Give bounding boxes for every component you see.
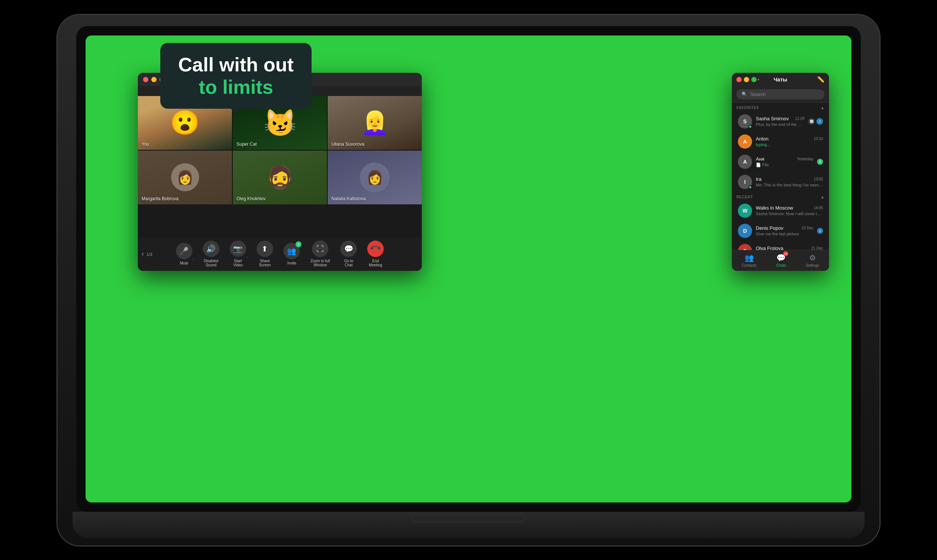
sound-label: Disabled Sound [204, 259, 218, 267]
laptop-bottom [72, 512, 865, 538]
contacts-icon: 👥 [745, 253, 754, 262]
invite-badge: 3 [295, 242, 302, 247]
recent-chevron: ▲ [821, 195, 825, 199]
nav-chats-wrapper: 💬 Chats 46 [771, 251, 791, 270]
end-label: End Meeting [369, 259, 382, 267]
olya-avatar: O [738, 244, 752, 250]
search-icon: 🔍 [742, 92, 747, 97]
chat-icon: 💬 [340, 241, 357, 257]
chat-item-ira[interactable]: I Ira 13:55 Me: This is the best thing I… [733, 172, 828, 192]
walks-preview: Sasha Smirnov: Now I will come to you [756, 211, 823, 216]
chat-item-denis[interactable]: D Denis Popov 23 Dec Give me the last pi… [733, 221, 828, 241]
chat-window-title: Чаты [774, 77, 787, 83]
chat-edit-icon[interactable]: ✏️ [817, 76, 825, 83]
video-icon: 📷 [230, 241, 246, 257]
chat-item-olya[interactable]: O Olya Frolova 21 Dec No Please [733, 241, 828, 250]
chat-titlebar: ••• Чаты ✏️ [732, 73, 829, 86]
video-cell-margarita: 👩 Margarita Bobrova [138, 151, 232, 205]
anya-avatar: А [738, 155, 752, 169]
share-icon: ⬆ [257, 241, 273, 257]
nav-contacts[interactable]: 👥 Contacts [736, 251, 762, 270]
sasha-badge: 2 [816, 118, 823, 125]
chat-item-anya[interactable]: А Аня Yesterday 📄 File 6 [733, 152, 828, 172]
mute-label: Mute [180, 261, 188, 265]
denis-preview: Give me the last picture [756, 232, 813, 236]
sound-button[interactable]: 🔊 Disabled Sound [198, 238, 224, 270]
video-cell-oleg: 🧔 Oleg Khokhlov [233, 151, 327, 205]
mute-icon: 🎤 [176, 243, 192, 259]
invite-icon: 👥 3 [283, 243, 300, 259]
uliana-avatar: 👱‍♀️ [361, 109, 389, 136]
favorites-chevron: ▲ [821, 106, 825, 110]
uliana-label: Uliana Suvorova [331, 142, 364, 147]
margarita-avatar: 👩 [171, 163, 199, 191]
olya-name: Olya Frolova 21 Dec [756, 245, 823, 250]
olya-info: Olya Frolova 21 Dec No Please [756, 245, 823, 250]
ira-name: Ira 13:55 [756, 176, 823, 182]
settings-label: Settings [806, 263, 819, 268]
oleg-label: Oleg Khokhlov [237, 196, 266, 202]
end-meeting-button[interactable]: 📞 End Meeting [363, 238, 388, 270]
trackpad [412, 515, 525, 522]
search-field[interactable]: 🔍 Search [736, 89, 825, 99]
start-video-button[interactable]: 📷 Start Video [225, 238, 251, 270]
anya-badge: 6 [817, 159, 823, 165]
end-icon: 📞 [364, 237, 387, 260]
invite-button[interactable]: 👥 3 Invite [279, 240, 305, 268]
sasha-preview: Plus, by the end of the week we will be … [756, 122, 805, 127]
bubble-line1: Call with out [178, 54, 294, 76]
ira-online [748, 185, 752, 189]
share-label: Share Screen [259, 259, 271, 267]
denis-name: Denis Popov 23 Dec [756, 225, 813, 231]
chats-badge: 46 [783, 251, 788, 256]
settings-icon: ⚙ [809, 253, 816, 262]
online-indicator [748, 125, 752, 129]
chat-menu-dots[interactable]: ••• [752, 77, 760, 83]
minimize-button[interactable] [151, 77, 157, 82]
natalia-avatar: 👩 [360, 163, 390, 192]
anya-preview: 📄 File [756, 163, 813, 168]
sound-icon: 🔊 [203, 241, 219, 257]
anya-info: Аня Yesterday 📄 File [756, 156, 813, 168]
video-cell-natalia: 👩 Natalia Kallistova [328, 151, 422, 205]
close-button[interactable] [143, 77, 148, 82]
chat-item-walks[interactable]: W Walks in Moscow 14:45 Sasha Smirnov: N… [733, 201, 828, 221]
chat-search-area: 🔍 Search [732, 86, 829, 103]
supercat-avatar: 😼 [264, 108, 296, 138]
anton-info: Anton 13:33 typing... [756, 136, 823, 147]
walks-avatar: W [738, 204, 752, 218]
denis-avatar: D [738, 224, 752, 238]
nav-settings[interactable]: ⚙ Settings [800, 251, 824, 270]
chat-item-sasha[interactable]: S Sasha Smirnov 11:29 Plus, by the end o… [733, 111, 828, 131]
icon-1: 🔄 [808, 118, 815, 125]
sasha-avatar: S [738, 114, 752, 129]
denis-info: Denis Popov 23 Dec Give me the last pict… [756, 225, 813, 236]
chat-label: Go to Chat [344, 259, 353, 267]
chat-item-anton[interactable]: A Anton 13:33 typing... [733, 131, 828, 152]
speech-bubble: Call with out to limits [160, 43, 312, 109]
chat-bottom-nav: 👥 Contacts 💬 Chats 46 ⚙ Settings [732, 250, 829, 271]
supercat-label: Super Cat [237, 142, 257, 147]
video-controls: ‹ 1/3 🎤 Mute 🔊 Disabled Sound [138, 237, 422, 271]
go-to-chat-button[interactable]: 💬 Go to Chat [336, 238, 361, 270]
mute-button[interactable]: 🎤 Mute [171, 240, 197, 268]
anton-avatar: A [738, 134, 752, 149]
nav-text: 1/3 [146, 252, 152, 257]
zoom-button[interactable]: ⛶ Zoom to full Window [306, 238, 334, 270]
screen-bezel: Call with out to limits Secure video cal… [76, 26, 861, 512]
you-avatar: 😮 [170, 109, 200, 137]
anton-preview: typing... [756, 142, 823, 147]
video-cell-uliana: 👱‍♀️ Uliana Suvorova [328, 96, 422, 150]
share-screen-button[interactable]: ⬆ Share Screen [252, 238, 278, 270]
page-indicator: ‹ 1/3 [142, 250, 152, 258]
you-label: You [142, 142, 149, 147]
sasha-info: Sasha Smirnov 11:29 Plus, by the end of … [756, 116, 805, 127]
chat-list: FAVORITES ▲ S Sasha Smirnov 11:29 [732, 103, 829, 250]
ira-preview: Me: This is the best thing I've seen in … [756, 183, 823, 187]
contacts-label: Contacts [742, 263, 756, 268]
bubble-line2: to limits [178, 76, 294, 98]
chat-minimize-button[interactable] [744, 77, 749, 82]
walks-name: Walks in Moscow 14:45 [756, 205, 823, 211]
ira-avatar: I [738, 175, 752, 189]
chat-close-button[interactable] [736, 77, 742, 82]
